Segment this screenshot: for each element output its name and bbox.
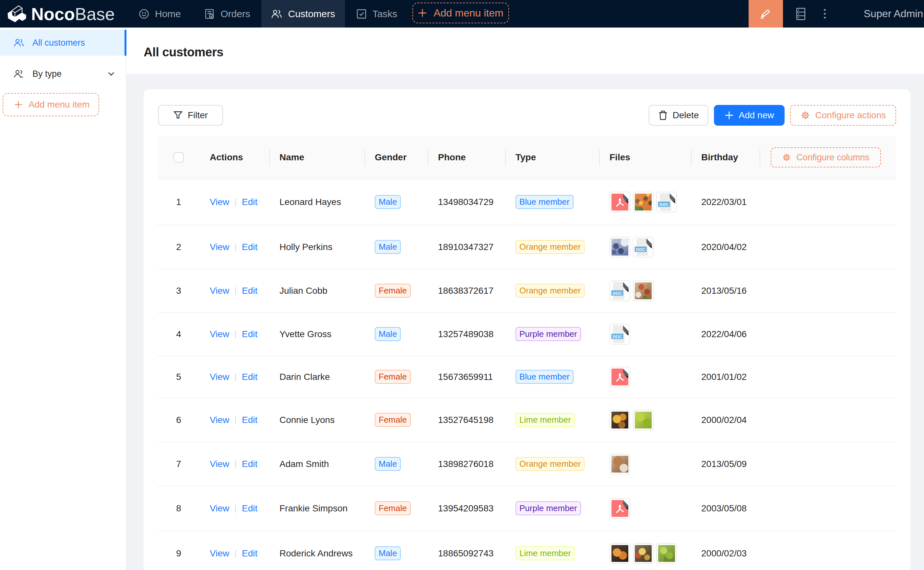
svg-text:DOC: DOC xyxy=(613,291,622,295)
svg-text:DOC: DOC xyxy=(636,247,645,252)
svg-text:DOC: DOC xyxy=(660,202,669,207)
svg-text:DOC: DOC xyxy=(613,334,622,339)
